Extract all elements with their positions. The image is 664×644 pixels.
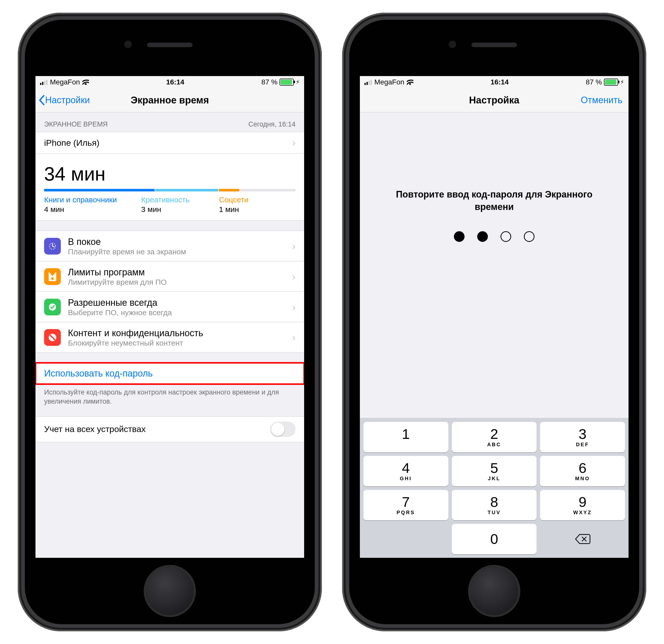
row-icon	[44, 268, 61, 285]
category-label: Креативность	[141, 196, 190, 204]
passcode-dot	[454, 231, 464, 242]
chevron-right-icon: ›	[292, 333, 295, 343]
key-letters: PQRS	[397, 510, 415, 516]
key-letters: MNO	[575, 476, 590, 482]
key-digit: 6	[579, 461, 586, 475]
keypad-blank	[364, 524, 448, 554]
keypad-key-3[interactable]: 3DEF	[540, 422, 625, 452]
row-subtitle: Планируйте время не за экраном	[68, 247, 186, 256]
home-button[interactable]	[468, 565, 520, 617]
device-name: iPhone (Илья)	[44, 138, 99, 148]
keypad-backspace[interactable]	[540, 524, 625, 554]
settings-row[interactable]: Контент и конфиденциальностьБлокируйте н…	[36, 322, 304, 353]
row-icon	[44, 329, 61, 346]
backspace-icon	[575, 534, 591, 545]
passcode-dots	[454, 231, 535, 242]
passcode-dot	[500, 231, 511, 242]
usage-bar	[44, 189, 295, 192]
chevron-right-icon: ›	[292, 138, 295, 148]
status-bar: MegaFon 16:14 87 % ⚡︎	[36, 76, 304, 88]
row-subtitle: Блокируйте неуместный контент	[68, 339, 203, 347]
key-letters	[405, 442, 407, 447]
key-digit: 2	[490, 427, 498, 441]
use-passcode-row[interactable]: Использовать код-пароль	[36, 363, 304, 384]
key-letters: ABC	[487, 442, 501, 447]
row-title: Контент и конфиденциальность	[68, 327, 203, 339]
row-icon	[44, 299, 61, 316]
carrier-label: MegaFon	[50, 78, 80, 86]
key-letters: WXYZ	[573, 510, 592, 516]
signal-icon	[40, 79, 47, 85]
usage-summary[interactable]: 34 мин Книги и справочники 4 мин Креатив…	[36, 154, 304, 221]
total-time: 34 мин	[44, 163, 295, 185]
sync-label: Учет на всех устройствах	[44, 424, 146, 434]
device-row[interactable]: iPhone (Илья) ›	[36, 132, 304, 154]
phone-frame-right: MegaFon 16:14 87 % ⚡︎ Настройка Отменить…	[342, 13, 646, 631]
key-digit: 1	[402, 427, 410, 441]
row-subtitle: Выберите ПО, нужное всегда	[68, 308, 172, 317]
category-label: Книги и справочники	[44, 196, 117, 204]
numeric-keypad: 1 2ABC3DEF 4GHI5JKL6MNO 7PQRS8TUV9WXYZ 0	[360, 418, 628, 558]
category-time: 3 мин	[141, 205, 190, 214]
chevron-right-icon: ›	[292, 302, 295, 312]
row-title: В покое	[68, 236, 186, 247]
key-digit: 0	[490, 532, 498, 546]
page-title: Экранное время	[36, 95, 304, 106]
charging-icon: ⚡︎	[620, 79, 624, 85]
keypad-key-6[interactable]: 6MNO	[540, 456, 625, 486]
battery-icon	[604, 79, 618, 86]
key-letters: JKL	[488, 476, 500, 482]
settings-row[interactable]: Лимиты программЛимитируйте время для ПО›	[36, 261, 304, 292]
keypad-key-7[interactable]: 7PQRS	[364, 490, 448, 520]
keypad-key-5[interactable]: 5JKL	[452, 456, 537, 486]
row-icon	[44, 238, 61, 255]
key-letters: TUV	[487, 510, 501, 516]
passcode-dot	[477, 231, 488, 242]
usage-legend: Книги и справочники 4 мин Креативность 3…	[44, 196, 295, 214]
nav-bar: Настройка Отменить	[360, 88, 628, 112]
passcode-dot	[524, 231, 535, 242]
settings-row[interactable]: В покоеПланируйте время не за экраном›	[36, 231, 304, 261]
svg-point-1	[51, 277, 54, 280]
page-title: Настройка	[360, 95, 628, 106]
home-button[interactable]	[144, 565, 196, 617]
chevron-right-icon: ›	[292, 241, 295, 251]
passcode-footer: Используйте код-пароль для контроля наст…	[36, 384, 304, 406]
section-header: ЭКРАННОЕ ВРЕМЯ Сегодня, 16:14	[36, 112, 304, 132]
keypad-key-0[interactable]: 0	[452, 524, 537, 554]
keypad-key-8[interactable]: 8TUV	[452, 490, 537, 520]
category-time: 4 мин	[44, 205, 117, 214]
key-letters: GHI	[400, 476, 412, 482]
status-time: 16:14	[413, 78, 586, 86]
row-title: Разрешенные всегда	[68, 297, 172, 308]
keypad-key-2[interactable]: 2ABC	[452, 422, 537, 452]
use-passcode-label: Использовать код-пароль	[44, 368, 153, 379]
charging-icon: ⚡︎	[296, 79, 299, 85]
key-digit: 8	[490, 495, 498, 509]
key-digit: 4	[402, 461, 410, 475]
keypad-key-1[interactable]: 1	[364, 422, 448, 452]
row-subtitle: Лимитируйте время для ПО	[68, 278, 167, 286]
row-title: Лимиты программ	[68, 266, 167, 278]
section-header-left: ЭКРАННОЕ ВРЕМЯ	[44, 120, 108, 128]
keypad-key-9[interactable]: 9WXYZ	[540, 490, 625, 520]
wifi-icon	[407, 80, 413, 85]
chevron-right-icon: ›	[292, 271, 295, 282]
battery-pct: 87 %	[261, 78, 277, 86]
status-bar: MegaFon 16:14 87 % ⚡︎	[360, 76, 628, 88]
battery-icon	[279, 79, 294, 86]
keypad-key-4[interactable]: 4GHI	[364, 456, 448, 486]
phone-frame-left: MegaFon 16:14 87 % ⚡︎ Настройки Экранное…	[18, 13, 322, 631]
nav-bar: Настройки Экранное время	[36, 88, 304, 112]
key-digit: 3	[579, 427, 586, 441]
carrier-label: MegaFon	[374, 78, 404, 86]
sync-switch[interactable]	[270, 422, 295, 437]
key-digit: 5	[490, 461, 498, 475]
content-scroll[interactable]: ЭКРАННОЕ ВРЕМЯ Сегодня, 16:14 iPhone (Ил…	[36, 112, 304, 442]
sync-all-devices-row[interactable]: Учет на всех устройствах	[36, 416, 304, 442]
section-header-right: Сегодня, 16:14	[248, 120, 295, 128]
key-digit: 9	[579, 495, 586, 509]
wifi-icon	[82, 80, 89, 85]
category-time: 1 мин	[219, 205, 248, 214]
settings-row[interactable]: Разрешенные всегдаВыберите ПО, нужное вс…	[36, 292, 304, 322]
